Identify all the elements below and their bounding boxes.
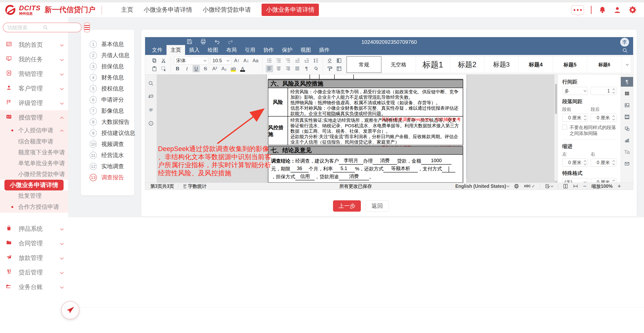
- conclusion-blank[interactable]: [442, 167, 455, 172]
- insert-frame-icon[interactable]: [336, 65, 343, 72]
- scrollbar-down-icon[interactable]: [554, 179, 558, 183]
- sidebar-item-小微经营贷款申请[interactable]: 小微经营贷款申请: [0, 169, 68, 180]
- step-item[interactable]: 2 共借人信息: [81, 50, 134, 61]
- step-item[interactable]: 3 担保信息: [81, 61, 134, 72]
- same-style-checkbox[interactable]: [562, 125, 567, 129]
- indent-left-stepper[interactable]: 0 厘米: [562, 159, 588, 167]
- line-spacing-stepper[interactable]: 1: [591, 87, 616, 95]
- step-item[interactable]: 9 授信建议信息: [81, 127, 134, 139]
- word-count-button[interactable]: 123 字数统计: [182, 183, 207, 189]
- editor-menu-tab[interactable]: 绘图: [204, 45, 222, 55]
- collapse-menu-button[interactable]: [84, 23, 90, 32]
- font-down-icon[interactable]: A↓: [242, 57, 250, 64]
- top-nav-tab[interactable]: 小微业务申请详情: [144, 6, 192, 14]
- paragraph-panel-icon[interactable]: ¶: [621, 77, 633, 87]
- previous-step-button[interactable]: 上一步: [333, 200, 361, 212]
- indent-right-stepper[interactable]: 0 厘米: [591, 159, 616, 167]
- language-select[interactable]: English (United States): [455, 184, 509, 189]
- conclusion-blank[interactable]: 消费: [339, 172, 369, 180]
- search-icon[interactable]: [148, 81, 154, 87]
- gear-icon[interactable]: [628, 6, 637, 14]
- editor-search-icon[interactable]: [622, 48, 628, 54]
- textart-panel-icon[interactable]: Ta: [621, 147, 633, 157]
- headerfooter-panel-icon[interactable]: [621, 112, 633, 122]
- conclusion-blank[interactable]: 李明月: [339, 157, 363, 165]
- line-spacing-icon[interactable]: [312, 57, 320, 64]
- redo-icon[interactable]: [228, 39, 234, 46]
- paragraph-style[interactable]: 标题3: [484, 56, 519, 73]
- spacing-before-stepper[interactable]: 0 厘米: [562, 114, 588, 122]
- step-item[interactable]: 13 调查报告: [81, 172, 134, 183]
- bullet-list-icon[interactable]: [266, 57, 273, 64]
- conclusion-blank[interactable]: 信用: [295, 172, 315, 180]
- paragraph-style[interactable]: 常规: [346, 56, 382, 73]
- page-indicator[interactable]: 第3页共3页: [150, 183, 174, 189]
- font-color-icon[interactable]: A: [239, 65, 246, 72]
- line-spacing-select[interactable]: 多: [562, 87, 588, 95]
- font-up-icon[interactable]: A↑: [233, 57, 240, 64]
- italic-icon[interactable]: I: [183, 65, 190, 72]
- step-item[interactable]: 10 视频调查: [81, 139, 134, 150]
- paragraph-style[interactable]: 标题4: [519, 56, 553, 73]
- strikethrough-icon[interactable]: S: [202, 65, 209, 72]
- sidebar-item-我的任务[interactable]: 我的任务: [0, 52, 68, 67]
- editor-menu-tab[interactable]: 插入: [185, 45, 204, 55]
- sidebar-item-我的首页[interactable]: 我的首页: [0, 38, 68, 52]
- messages-bubble-icon[interactable]: [571, 5, 584, 15]
- paragraph-style[interactable]: 标题6: [587, 56, 622, 73]
- collaborator-avatar[interactable]: 李: [620, 38, 629, 47]
- bell-icon[interactable]: [598, 6, 606, 14]
- top-nav-tab[interactable]: 主页: [121, 6, 133, 14]
- function-search-input[interactable]: [3, 23, 82, 32]
- fit-width-icon[interactable]: [573, 184, 578, 189]
- step-item[interactable]: 12 实地调查: [81, 161, 134, 172]
- sidebar-item-合作方授信申请[interactable]: 合作方授信申请: [0, 201, 68, 213]
- bold-icon[interactable]: B: [174, 65, 181, 72]
- format-painter-icon[interactable]: [326, 65, 334, 72]
- floating-assistant-button[interactable]: [61, 301, 79, 319]
- step-item[interactable]: 4 财务信息: [81, 72, 134, 83]
- sidebar-item-放款管理[interactable]: 放款管理: [0, 251, 68, 265]
- align-center-icon[interactable]: [275, 65, 282, 72]
- sidebar-item-押品系统[interactable]: 押品系统: [0, 221, 68, 236]
- cut-icon[interactable]: [160, 57, 167, 64]
- zoom-out-button[interactable]: −: [583, 183, 587, 190]
- select-icon[interactable]: [160, 65, 167, 72]
- editor-menu-tab[interactable]: 文件: [148, 45, 166, 55]
- user-icon[interactable]: [613, 6, 622, 14]
- superscript-icon[interactable]: A²: [211, 65, 218, 72]
- paste-icon[interactable]: [151, 65, 158, 72]
- paragraph-style[interactable]: 标题5: [553, 56, 587, 73]
- align-right-icon[interactable]: [284, 65, 292, 72]
- undo-icon[interactable]: [214, 39, 220, 46]
- highlight-color-icon[interactable]: ab: [230, 65, 237, 72]
- justify-icon[interactable]: [294, 65, 301, 72]
- info-icon[interactable]: [148, 121, 154, 127]
- back-button[interactable]: 返回: [366, 200, 389, 212]
- sidebar-item-综合额度申请[interactable]: 综合额度申请: [0, 136, 68, 147]
- document-scrollbar[interactable]: [554, 75, 558, 183]
- editor-menu-tab[interactable]: 主页: [166, 45, 185, 55]
- subscript-icon[interactable]: A₂: [220, 65, 228, 72]
- conclusion-blank[interactable]: 等额本析: [384, 165, 418, 172]
- set-language-globe-icon[interactable]: [514, 184, 519, 189]
- zoom-in-button[interactable]: +: [617, 183, 621, 190]
- conclusion-paragraph[interactable]: 调查结论：经调查，建议为客户李明月办理消费贷款，金额1000元，期限36个月，利…: [268, 154, 463, 183]
- copy-icon[interactable]: [151, 57, 158, 64]
- mailmerge-panel-icon[interactable]: [621, 159, 633, 169]
- step-item[interactable]: 7 影像信息: [81, 105, 134, 116]
- sidebar-item-授信管理[interactable]: 授信管理: [0, 110, 68, 125]
- table-panel-icon[interactable]: [621, 89, 633, 98]
- conclusion-blank[interactable]: 5.1: [333, 165, 355, 172]
- sidebar-item-单笔单批业务申请[interactable]: 单笔单批业务申请: [0, 158, 68, 169]
- track-changes-icon[interactable]: [545, 184, 553, 189]
- sidebar-item-额度项下业务申请[interactable]: 额度项下业务申请: [0, 147, 68, 158]
- step-item[interactable]: 5 授权信息: [81, 83, 134, 94]
- top-nav-tab[interactable]: 小微经营贷款申请: [202, 6, 251, 14]
- editor-menu-tab[interactable]: 布局: [222, 45, 241, 55]
- sidebar-item-评级管理[interactable]: 评级管理: [0, 96, 68, 110]
- sidebar-item-个人授信申请[interactable]: 个人授信申请: [0, 125, 68, 136]
- step-item[interactable]: 1 基本信息: [81, 39, 134, 50]
- save-icon[interactable]: [186, 39, 192, 46]
- numbered-list-icon[interactable]: [275, 57, 282, 64]
